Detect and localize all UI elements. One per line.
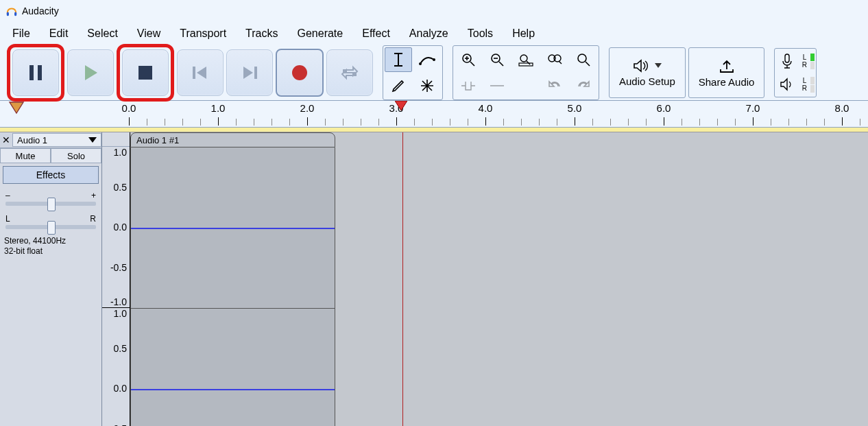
svg-point-12 — [433, 58, 435, 61]
svg-point-10 — [292, 65, 307, 80]
chevron-down-icon — [655, 63, 662, 69]
menu-help[interactable]: Help — [503, 23, 544, 44]
amp-label: -0.5 — [110, 423, 127, 427]
share-audio-button[interactable]: Share Audio — [688, 47, 765, 98]
play-button[interactable] — [67, 49, 114, 96]
svg-line-27 — [586, 62, 590, 66]
amp-label: -1.0 — [110, 296, 127, 307]
chevron-down-icon — [88, 137, 97, 143]
menu-select[interactable]: Select — [77, 23, 127, 44]
zoom-in-button[interactable] — [455, 47, 482, 72]
pan-r: R — [90, 214, 96, 224]
track-info-line1: Stereo, 44100Hz — [4, 236, 97, 246]
track-control-panel: ✕ Audio 1 Mute Solo Effects –+ LR Stereo… — [0, 132, 102, 426]
upload-icon — [718, 58, 736, 73]
track-close-button[interactable]: ✕ — [0, 134, 12, 145]
svg-marker-4 — [85, 65, 97, 80]
track-name-label: Audio 1 — [17, 135, 47, 145]
draw-tool[interactable] — [385, 73, 412, 98]
skip-end-button[interactable] — [226, 49, 273, 96]
envelope-tool[interactable] — [413, 47, 441, 72]
meters: L R L R — [774, 48, 817, 97]
svg-marker-30 — [10, 102, 23, 113]
titlebar: Audacity — [0, 0, 868, 22]
app-logo-icon — [5, 5, 18, 17]
menu-transport[interactable]: Transport — [170, 23, 236, 44]
edit-tools — [383, 45, 443, 100]
undo-icon — [547, 80, 562, 92]
clip-title: Audio 1 #1 — [136, 135, 179, 145]
meter-l2: L — [803, 77, 807, 84]
zoom-out-button[interactable] — [483, 47, 511, 72]
skip-start-button[interactable] — [177, 49, 224, 96]
ruler-label: 2.0 — [300, 102, 315, 114]
amp-label: 1.0 — [114, 308, 127, 319]
menubar: File Edit Select View Transport Tracks G… — [0, 22, 868, 45]
pencil-icon — [391, 78, 406, 93]
amp-label: -0.5 — [110, 262, 127, 273]
snap-guide-strip — [0, 128, 868, 132]
pan-thumb[interactable] — [47, 221, 56, 235]
audio-setup-button[interactable]: Audio Setup — [609, 47, 686, 98]
pin-triangle-icon — [8, 101, 25, 115]
zoom-toggle-button[interactable] — [570, 47, 597, 72]
playhead-marker[interactable] — [395, 101, 407, 110]
record-meter[interactable]: L R — [776, 50, 815, 72]
svg-rect-22 — [519, 63, 533, 66]
amp-label: 0.5 — [114, 343, 127, 354]
zoom-tools — [453, 45, 599, 100]
zoom-toggle-icon — [576, 52, 591, 67]
svg-rect-1 — [14, 12, 16, 16]
svg-rect-6 — [193, 67, 195, 79]
zoom-out-icon — [490, 52, 505, 67]
mute-button[interactable]: Mute — [0, 148, 51, 163]
timeline-ruler[interactable]: 0.01.02.03.04.05.06.07.08.0 — [33, 101, 868, 127]
menu-effect[interactable]: Effect — [352, 23, 400, 44]
svg-line-25 — [559, 61, 562, 64]
menu-generate[interactable]: Generate — [288, 23, 353, 44]
stop-button[interactable] — [122, 49, 169, 96]
record-meter-lr: L R — [799, 54, 809, 69]
menu-file[interactable]: File — [3, 23, 40, 44]
record-button[interactable] — [276, 49, 324, 97]
svg-rect-3 — [38, 65, 42, 80]
stop-icon — [137, 64, 154, 81]
menu-tools[interactable]: Tools — [458, 23, 503, 44]
gain-slider[interactable]: –+ — [5, 191, 96, 206]
loop-button[interactable] — [326, 49, 373, 96]
playback-meter[interactable]: L R — [776, 73, 815, 95]
silence-button[interactable] — [483, 73, 511, 98]
audio-clip[interactable]: Audio 1 #1 — [130, 132, 335, 426]
track-menu[interactable]: Audio 1 — [12, 133, 101, 147]
svg-point-11 — [419, 62, 422, 65]
svg-line-14 — [470, 62, 474, 66]
menu-view[interactable]: View — [128, 23, 170, 44]
svg-line-18 — [499, 62, 503, 66]
menu-tracks[interactable]: Tracks — [236, 23, 287, 44]
solo-button[interactable]: Solo — [51, 148, 101, 163]
multi-tool[interactable] — [413, 73, 441, 98]
track-info: Stereo, 44100Hz 32-bit float — [0, 233, 101, 259]
pan-slider[interactable]: LR — [5, 214, 96, 229]
redo-button[interactable] — [570, 73, 597, 98]
effects-button[interactable]: Effects — [3, 166, 99, 184]
pause-button[interactable] — [12, 49, 59, 96]
selection-tool[interactable] — [385, 47, 412, 72]
waveform-area[interactable]: Audio 1 #1 — [130, 132, 868, 426]
trim-button[interactable] — [455, 73, 482, 98]
menu-edit[interactable]: Edit — [40, 23, 78, 44]
undo-button[interactable] — [541, 73, 568, 98]
menu-analyze[interactable]: Analyze — [400, 23, 458, 44]
svg-rect-5 — [138, 66, 152, 80]
amp-label: 0.0 — [114, 222, 127, 233]
fit-selection-button[interactable] — [512, 47, 540, 72]
fit-project-button[interactable] — [541, 47, 568, 72]
gain-thumb[interactable] — [47, 198, 56, 211]
zero-line — [131, 228, 335, 229]
track-info-line2: 32-bit float — [4, 246, 97, 257]
meter-r2: R — [802, 84, 807, 92]
svg-point-20 — [520, 55, 527, 62]
clip-title-bar[interactable]: Audio 1 #1 — [130, 132, 335, 147]
ruler-pin[interactable] — [0, 101, 33, 127]
play-meter-lr: L R — [799, 77, 809, 92]
